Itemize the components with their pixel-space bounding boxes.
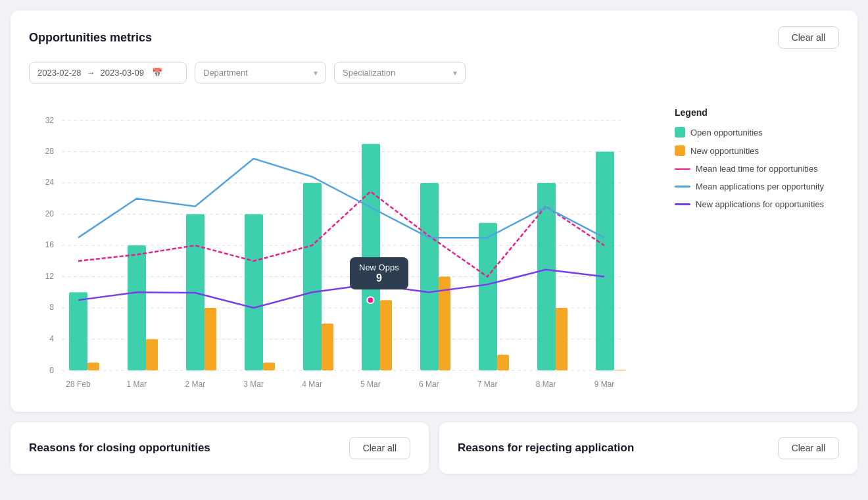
page-title: Opportunities metrics <box>29 31 152 45</box>
legend-item-mean-apps: Mean applications per opportunity <box>675 182 839 191</box>
svg-text:7 Mar: 7 Mar <box>477 380 498 389</box>
legend-label-new: New opportunities <box>690 146 759 156</box>
legend-label-mean-lead: Mean lead time for opportunities <box>696 164 818 174</box>
svg-text:20: 20 <box>45 209 55 218</box>
closing-reasons-card: Reasons for closing opportunities Clear … <box>11 422 429 474</box>
clear-all-button-closing[interactable]: Clear all <box>349 437 410 459</box>
svg-rect-31 <box>263 362 275 370</box>
legend-label-open: Open opportunities <box>690 128 763 138</box>
svg-rect-23 <box>362 144 380 370</box>
date-start: 2023-02-28 <box>37 68 82 78</box>
specialization-label: Specialization <box>343 68 395 78</box>
main-chart: .grid-line { stroke: #e0e0e0; stroke-das… <box>29 94 662 399</box>
date-range-picker[interactable]: 2023-02-28 → 2023-03-09 📅 <box>29 62 187 84</box>
svg-text:4 Mar: 4 Mar <box>302 380 322 389</box>
svg-rect-22 <box>303 183 322 370</box>
legend-item-new: New opportunities <box>675 145 839 156</box>
svg-text:5 Mar: 5 Mar <box>360 380 381 389</box>
svg-text:0: 0 <box>49 366 54 375</box>
svg-text:1 Mar: 1 Mar <box>127 380 147 389</box>
svg-rect-28 <box>87 362 99 370</box>
svg-text:8: 8 <box>49 303 54 312</box>
department-dropdown[interactable]: Department ▾ <box>195 62 326 84</box>
svg-text:24: 24 <box>45 178 55 187</box>
legend-item-new-apps: New applications for opportunities <box>675 199 839 209</box>
calendar-icon: 📅 <box>152 68 162 78</box>
chart-legend: Legend Open opportunities New opportunit… <box>675 94 839 399</box>
svg-text:16: 16 <box>45 240 55 249</box>
svg-rect-19 <box>128 245 146 370</box>
svg-text:8 Mar: 8 Mar <box>536 380 556 389</box>
closing-reasons-title: Reasons for closing opportunities <box>29 441 210 455</box>
date-arrow-icon: → <box>87 68 95 78</box>
legend-item-mean-lead: Mean lead time for opportunities <box>675 164 839 174</box>
svg-rect-35 <box>497 355 509 370</box>
svg-rect-29 <box>146 339 158 371</box>
svg-rect-36 <box>556 308 567 370</box>
svg-rect-18 <box>69 292 87 370</box>
clear-all-button-top[interactable]: Clear all <box>778 26 839 49</box>
mean-apps-line <box>675 186 690 188</box>
legend-title: Legend <box>675 107 839 118</box>
specialization-dropdown[interactable]: Specialization ▾ <box>334 62 466 84</box>
svg-rect-33 <box>380 300 392 370</box>
chevron-down-icon-2: ▾ <box>453 68 457 78</box>
svg-text:12: 12 <box>45 272 55 281</box>
svg-text:6 Mar: 6 Mar <box>419 380 439 389</box>
svg-rect-30 <box>205 308 216 370</box>
svg-rect-27 <box>596 152 614 371</box>
svg-text:3 Mar: 3 Mar <box>243 380 264 389</box>
legend-item-open: Open opportunities <box>675 127 839 138</box>
svg-rect-25 <box>479 223 497 370</box>
svg-text:28: 28 <box>45 147 55 156</box>
svg-rect-37 <box>614 370 626 370</box>
chevron-down-icon: ▾ <box>314 68 318 78</box>
mean-lead-line <box>675 168 690 170</box>
rejecting-reasons-card: Reasons for rejecting application Clear … <box>439 422 857 474</box>
svg-text:28 Feb: 28 Feb <box>66 380 91 389</box>
department-label: Department <box>203 68 248 78</box>
open-opp-swatch <box>675 127 685 138</box>
svg-rect-32 <box>322 324 333 370</box>
svg-rect-24 <box>420 183 439 370</box>
svg-text:32: 32 <box>45 116 55 125</box>
new-opp-swatch <box>675 145 685 156</box>
svg-text:9 Mar: 9 Mar <box>594 380 615 389</box>
rejecting-reasons-title: Reasons for rejecting application <box>458 441 634 455</box>
svg-text:4: 4 <box>49 334 54 343</box>
legend-label-new-apps: New applications for opportunities <box>696 199 824 209</box>
date-end: 2023-03-09 <box>101 68 145 78</box>
svg-point-38 <box>367 297 374 303</box>
svg-rect-21 <box>245 214 263 371</box>
clear-all-button-rejecting[interactable]: Clear all <box>778 437 839 459</box>
svg-text:2 Mar: 2 Mar <box>185 380 205 389</box>
new-apps-line <box>675 203 690 205</box>
legend-label-mean-apps: Mean applications per opportunity <box>696 182 824 191</box>
